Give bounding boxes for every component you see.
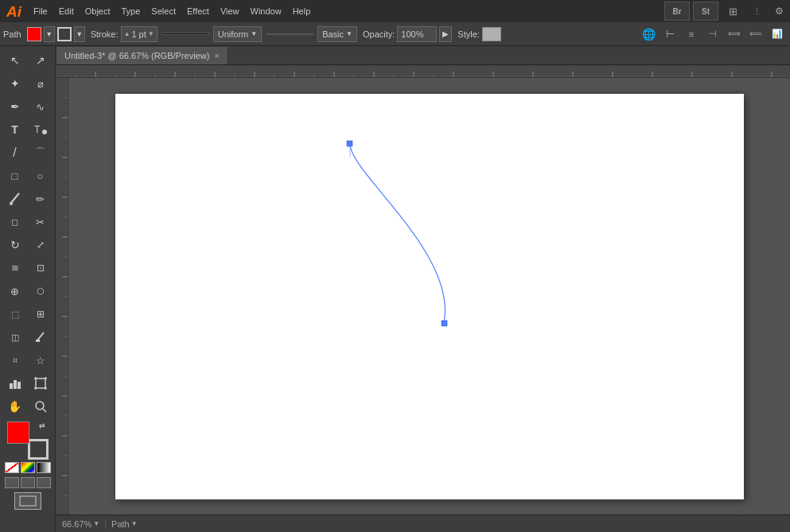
svg-line-4 [37,332,44,340]
arc-tool[interactable]: ⌒ [29,142,53,164]
screen-mode-icon[interactable] [14,492,41,510]
align-right-icon[interactable]: ⊣ [703,25,722,44]
bridge-icon[interactable]: Br [664,2,690,21]
left-sidebar: ↖ ↗ ✦ ⌀ ✒ ∿ T T / ⌒ □ ○ [0,46,56,532]
uniform-arrow: ▼ [251,30,257,37]
stroke-swatch[interactable] [57,27,72,41]
live-paint-tool[interactable]: ⬡ [29,280,53,302]
magic-wand-tool[interactable]: ✦ [3,72,27,95]
canvas-area: Untitled-3* @ 66.67% (RGB/Preview) × [56,46,790,532]
normal-mode-icon[interactable] [5,477,19,488]
svg-rect-6 [10,383,13,389]
svg-rect-9 [36,379,45,388]
direct-selection-tool[interactable]: ↗ [29,49,53,72]
align-left-icon[interactable]: ⊢ [660,25,679,44]
uniform-dropdown[interactable]: Uniform ▼ [213,26,262,42]
ai-logo: Ai [0,4,28,19]
svg-point-3 [10,202,13,205]
status-info-dropdown[interactable]: Path ▼ [111,519,138,529]
document-close-button[interactable]: × [214,51,219,60]
zoom-tool[interactable] [29,395,53,417]
mesh-tool[interactable]: ⊞ [29,303,53,325]
warp-tool[interactable]: ≋ [3,257,27,279]
lasso-tool[interactable]: ⌀ [29,72,53,95]
menu-type[interactable]: Type [116,3,146,19]
chart-icon[interactable]: 📊 [768,25,787,44]
line-segment-tool[interactable]: / [3,142,27,164]
menu-help[interactable]: Help [287,3,317,19]
stroke-up-arrow[interactable]: ▲ [124,30,130,37]
pencil-tool[interactable]: ✏ [29,188,53,210]
free-transform-tool[interactable]: ⊡ [29,257,53,279]
opacity-label: Opacity: [363,29,395,39]
paintbrush-tool[interactable] [3,188,27,210]
status-zoom-dropdown[interactable]: 66.67% ▼ [62,519,99,529]
eraser-tool[interactable]: ◻ [3,211,27,233]
arrange-icon[interactable]: ⋮ [747,2,766,21]
svg-point-18 [36,402,44,410]
workspace-switcher-icon[interactable]: ⊞ [722,2,744,21]
document-tab[interactable]: Untitled-3* @ 66.67% (RGB/Preview) × [56,47,228,64]
basic-dropdown[interactable]: Basic ▼ [317,26,357,42]
status-info-label: Path [111,519,130,529]
hand-tool[interactable]: ✋ [3,395,27,417]
svg-rect-8 [18,382,21,389]
globe-icon[interactable]: 🌐 [639,25,658,44]
rectangle-tool[interactable]: □ [3,165,27,187]
search-icon[interactable]: ⚙ [769,2,788,21]
menu-effect[interactable]: Effect [181,3,215,19]
blend-tool[interactable]: ⌗ [3,349,27,371]
fill-swatch[interactable] [27,27,41,41]
fill-dropdown-arrow[interactable]: ▼ [44,26,55,42]
svg-rect-5 [36,340,40,342]
none-icon[interactable] [5,462,19,473]
menu-select[interactable]: Select [146,3,181,19]
menu-object[interactable]: Object [80,3,116,19]
scissors-tool[interactable]: ✂ [29,211,53,233]
stroke-line-preview [162,33,209,35]
scale-tool[interactable]: ⤢ [29,234,53,256]
eyedropper-tool[interactable] [29,326,53,348]
column-graph-tool[interactable] [3,372,27,394]
touch-type-tool[interactable]: T [29,118,53,141]
artboard [115,94,744,499]
color-icon[interactable] [21,462,35,473]
draw-inside-icon[interactable] [37,477,51,488]
distribute-h-icon[interactable]: ⟺ [725,25,744,44]
rotate-tool[interactable]: ↻ [3,234,27,256]
artboard-container [68,78,790,515]
style-label: Style: [457,29,480,39]
curvature-tool[interactable]: ∿ [29,95,53,118]
style-swatch[interactable] [482,27,501,41]
symbol-sprayer-tool[interactable]: ☆ [29,349,53,371]
stock-icon[interactable]: St [693,2,718,21]
menu-file[interactable]: File [28,3,53,19]
distribute-v-icon[interactable]: ⟸ [746,25,765,44]
shape-builder-tool[interactable]: ⊕ [3,280,27,302]
menu-edit[interactable]: Edit [53,3,80,19]
align-center-icon[interactable]: ≡ [682,25,701,44]
menu-window[interactable]: Window [245,3,287,19]
draw-behind-icon[interactable] [21,477,35,488]
selection-tool[interactable]: ↖ [3,49,27,72]
ruler-vertical [56,78,68,515]
artboard-tool[interactable] [29,372,53,394]
gradient-tool[interactable]: ◫ [3,326,27,348]
swap-fill-stroke-icon[interactable]: ⇄ [39,421,49,431]
stroke-label: Stroke: [91,29,119,39]
path-drawing [115,94,744,499]
opacity-input[interactable]: 100% [397,26,437,42]
menu-view[interactable]: View [215,3,245,19]
pen-tool[interactable]: ✒ [3,95,27,118]
perspective-grid-tool[interactable]: ⬚ [3,303,27,325]
ellipse-tool[interactable]: ○ [29,165,53,187]
document-tab-title: Untitled-3* @ 66.67% (RGB/Preview) [64,51,209,60]
stroke-down-arrow[interactable]: ▼ [148,30,154,37]
stroke-color-box[interactable] [28,439,49,460]
fill-color-box[interactable] [7,421,29,444]
opacity-options-button[interactable]: ▶ [439,26,452,42]
gradient-icon[interactable] [37,462,51,473]
type-tool[interactable]: T [3,118,27,141]
stroke-dropdown-arrow[interactable]: ▼ [74,26,85,42]
path-type-label: Path [3,29,21,39]
